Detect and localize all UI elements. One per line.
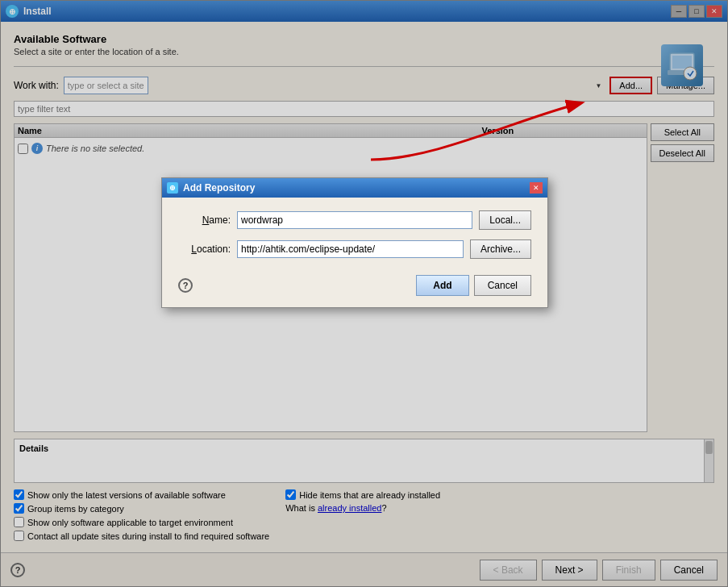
name-input[interactable] xyxy=(237,211,472,229)
dialog-title: Add Repository xyxy=(183,182,255,194)
local-button[interactable]: Local... xyxy=(479,210,531,230)
dialog-title-bar: ⊕ Add Repository ✕ xyxy=(162,178,547,198)
dialog-title-left: ⊕ Add Repository xyxy=(167,182,255,194)
location-label: Location: xyxy=(178,244,231,255)
dialog-add-button[interactable]: Add xyxy=(416,275,468,296)
dialog-close-button[interactable]: ✕ xyxy=(530,182,543,194)
location-input[interactable] xyxy=(237,240,464,258)
location-row: Location: Archive... xyxy=(178,239,531,259)
dialog-action-buttons: Add Cancel xyxy=(416,275,531,296)
add-repository-dialog: ⊕ Add Repository ✕ Name: Local... Locati… xyxy=(161,177,548,308)
dialog-icon: ⊕ xyxy=(167,182,178,194)
dialog-cancel-button[interactable]: Cancel xyxy=(474,275,531,296)
dialog-footer: ? Add Cancel xyxy=(162,269,547,307)
archive-button[interactable]: Archive... xyxy=(470,239,531,259)
name-label: Name: xyxy=(178,214,231,226)
dialog-help: ? xyxy=(178,278,193,293)
dialog-body: Name: Local... Location: Archive... xyxy=(162,198,547,269)
name-row: Name: Local... xyxy=(178,210,531,230)
dialog-help-icon[interactable]: ? xyxy=(178,278,193,293)
